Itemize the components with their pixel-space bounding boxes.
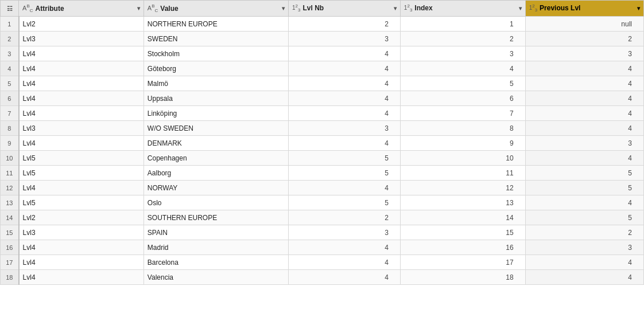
cell-prevlvl: 4 <box>525 61 643 76</box>
cell-value: Oslo <box>143 195 288 210</box>
cell-value: Uppsala <box>143 91 288 106</box>
table-row: 11Lvl5Aalborg5115 <box>1 166 644 181</box>
cell-value: SPAIN <box>143 225 288 240</box>
data-table-container: ☷ ABC Attribute ▾ <box>0 0 644 325</box>
col-attribute-label: Attribute <box>36 5 64 13</box>
cell-index: 6 <box>400 91 525 106</box>
row-number: 10 <box>1 151 19 166</box>
table-row: 10Lvl5Copenhagen5104 <box>1 151 644 166</box>
table-wrapper: ☷ ABC Attribute ▾ <box>0 0 644 285</box>
cell-value: Linköping <box>143 106 288 121</box>
cell-prevlvl: 4 <box>525 255 643 270</box>
cell-value: Madrid <box>143 240 288 255</box>
cell-prevlvl: 2 <box>525 32 643 46</box>
col-header-index[interactable]: 123 Index ▾ <box>400 1 525 17</box>
col-value-label: Value <box>160 5 178 13</box>
cell-attribute: Lvl4 <box>19 255 144 270</box>
cell-lvlnb: 5 <box>289 166 401 181</box>
attribute-dropdown-icon[interactable]: ▾ <box>137 5 140 11</box>
col-header-attribute[interactable]: ABC Attribute ▾ <box>19 1 144 17</box>
index-type-icon: 123 <box>404 3 412 13</box>
cell-attribute: Lvl4 <box>19 61 144 76</box>
cell-lvlnb: 4 <box>289 76 401 91</box>
cell-attribute: Lvl3 <box>19 32 144 46</box>
cell-prevlvl: 5 <box>525 181 643 195</box>
row-number: 9 <box>1 136 19 151</box>
cell-index: 2 <box>400 32 525 46</box>
cell-lvlnb: 4 <box>289 46 401 61</box>
row-number: 4 <box>1 61 19 76</box>
table-row: 3Lvl4Stockholm433 <box>1 46 644 61</box>
cell-attribute: Lvl4 <box>19 91 144 106</box>
row-number: 17 <box>1 255 19 270</box>
col-header-prevlvl[interactable]: 123 Previous Lvl ▾ <box>525 1 643 17</box>
row-number: 6 <box>1 91 19 106</box>
cell-value: SWEDEN <box>143 32 288 46</box>
cell-index: 5 <box>400 76 525 91</box>
cell-index: 16 <box>400 240 525 255</box>
cell-prevlvl: 4 <box>525 121 643 136</box>
cell-attribute: Lvl5 <box>19 166 144 181</box>
row-number: 11 <box>1 166 19 181</box>
cell-lvlnb: 4 <box>289 240 401 255</box>
cell-lvlnb: 3 <box>289 225 401 240</box>
cell-lvlnb: 3 <box>289 121 401 136</box>
row-number: 1 <box>1 17 19 32</box>
cell-prevlvl: 3 <box>525 240 643 255</box>
cell-index: 4 <box>400 61 525 76</box>
col-header-rownum: ☷ <box>1 1 19 17</box>
table-row: 12Lvl4NORWAY4125 <box>1 181 644 195</box>
cell-prevlvl: 4 <box>525 195 643 210</box>
cell-attribute: Lvl2 <box>19 210 144 225</box>
attribute-type-icon: ABC <box>22 3 33 13</box>
col-header-lvlnb[interactable]: 123 Lvl Nb ▾ <box>289 1 401 17</box>
cell-index: 11 <box>400 166 525 181</box>
cell-value: Valencia <box>143 270 288 285</box>
cell-lvlnb: 4 <box>289 270 401 285</box>
data-table: ☷ ABC Attribute ▾ <box>0 0 644 285</box>
prevlvl-type-icon: 123 <box>529 3 537 13</box>
index-dropdown-icon[interactable]: ▾ <box>519 5 522 11</box>
cell-prevlvl: 4 <box>525 91 643 106</box>
cell-lvlnb: 4 <box>289 61 401 76</box>
cell-value: W/O SWEDEN <box>143 121 288 136</box>
cell-index: 9 <box>400 136 525 151</box>
table-row: 4Lvl4Göteborg444 <box>1 61 644 76</box>
row-number: 15 <box>1 225 19 240</box>
cell-value: Stockholm <box>143 46 288 61</box>
cell-prevlvl: 2 <box>525 225 643 240</box>
cell-index: 12 <box>400 181 525 195</box>
cell-value: NORWAY <box>143 181 288 195</box>
cell-value: NORTHERN EUROPE <box>143 17 288 32</box>
cell-attribute: Lvl5 <box>19 151 144 166</box>
row-number: 7 <box>1 106 19 121</box>
row-number: 5 <box>1 76 19 91</box>
lvlnb-type-icon: 123 <box>292 3 300 13</box>
cell-attribute: Lvl3 <box>19 121 144 136</box>
prevlvl-dropdown-icon[interactable]: ▾ <box>637 5 640 11</box>
cell-prevlvl: 3 <box>525 46 643 61</box>
cell-lvlnb: 4 <box>289 91 401 106</box>
cell-lvlnb: 5 <box>289 151 401 166</box>
cell-attribute: Lvl3 <box>19 225 144 240</box>
cell-lvlnb: 5 <box>289 195 401 210</box>
table-row: 18Lvl4Valencia4184 <box>1 270 644 285</box>
col-index-label: Index <box>414 4 432 12</box>
cell-index: 17 <box>400 255 525 270</box>
cell-value: DENMARK <box>143 136 288 151</box>
cell-lvlnb: 4 <box>289 136 401 151</box>
cell-prevlvl: 5 <box>525 210 643 225</box>
cell-prevlvl: 4 <box>525 106 643 121</box>
cell-index: 15 <box>400 225 525 240</box>
table-row: 2Lvl3SWEDEN322 <box>1 32 644 46</box>
table-row: 1Lvl2NORTHERN EUROPE21null <box>1 17 644 32</box>
cell-lvlnb: 4 <box>289 106 401 121</box>
cell-attribute: Lvl4 <box>19 181 144 195</box>
col-header-value[interactable]: ABC Value ▾ <box>143 1 288 17</box>
value-dropdown-icon[interactable]: ▾ <box>282 5 285 11</box>
lvlnb-dropdown-icon[interactable]: ▾ <box>394 5 397 11</box>
table-row: 5Lvl4Malmö454 <box>1 76 644 91</box>
row-number: 13 <box>1 195 19 210</box>
cell-attribute: Lvl4 <box>19 106 144 121</box>
cell-lvlnb: 3 <box>289 32 401 46</box>
